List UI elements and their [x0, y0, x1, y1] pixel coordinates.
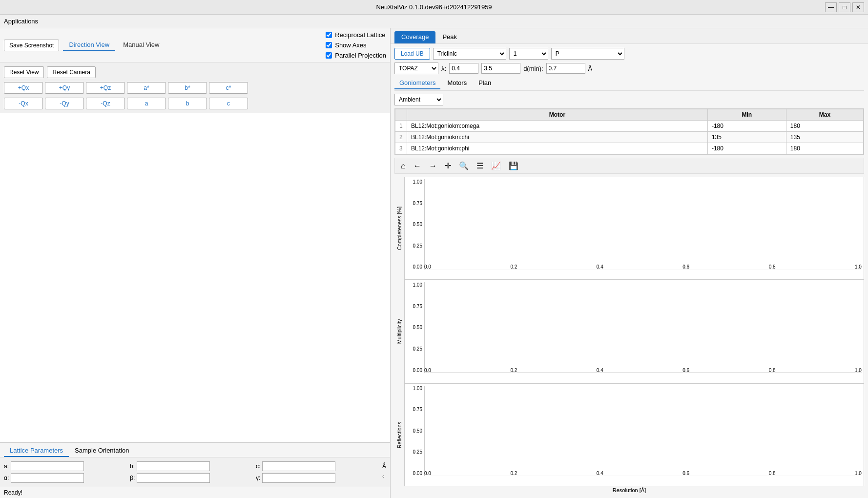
- c-input[interactable]: [262, 461, 335, 471]
- col-motor: Motor: [407, 109, 708, 121]
- tab-motors[interactable]: Motors: [442, 77, 472, 89]
- btn-plus-qz[interactable]: +Qz: [86, 82, 125, 94]
- completeness-y-axis: 1.00 0.75 0.50 0.25 0.00: [407, 179, 424, 270]
- btn-minus-qz[interactable]: -Qz: [86, 98, 125, 109]
- multiplicity-svg: [425, 282, 862, 373]
- window-controls: — □ ✕: [825, 2, 864, 12]
- chart-pan-button[interactable]: ✛: [443, 160, 453, 171]
- a-input[interactable]: [11, 461, 84, 471]
- parallel-projection-checkbox[interactable]: [326, 52, 332, 59]
- tab-goniometers[interactable]: Goniometers: [394, 77, 440, 89]
- table-row: 1 BL12:Mot:goniokm:omega -180 180: [395, 121, 864, 132]
- row-num: 2: [395, 132, 407, 143]
- instrument-dropdown[interactable]: TOPAZ: [394, 62, 438, 74]
- x-axis-label: Resolution [Å]: [613, 487, 646, 493]
- btn-plus-qx[interactable]: +Qx: [4, 82, 43, 94]
- save-screenshot-button[interactable]: Save Screenshot: [4, 40, 59, 51]
- dmin-input[interactable]: [546, 63, 585, 74]
- space-group-dropdown[interactable]: P: [551, 48, 624, 60]
- reflections-chart-inner: 1.00 0.75 0.50 0.25 0.00: [407, 386, 862, 476]
- tab-peak[interactable]: Peak: [435, 31, 464, 43]
- show-axes-checkbox[interactable]: [326, 42, 332, 48]
- reflections-plot: [424, 386, 862, 476]
- direction-buttons-row1: +Qx +Qy +Qz a* b* c*: [4, 82, 248, 94]
- btn-astar[interactable]: a*: [127, 82, 166, 94]
- motor-min: 135: [707, 132, 786, 143]
- view-section: Reset View Reset Camera +Qx +Qy +Qz a* b…: [0, 62, 390, 113]
- tab-lattice-parameters[interactable]: Lattice Parameters: [4, 445, 69, 457]
- gamma-label: γ:: [256, 475, 260, 481]
- parallel-projection-checkbox-row[interactable]: Parallel Projection: [326, 52, 386, 59]
- completeness-svg: [425, 179, 862, 270]
- load-ub-button[interactable]: Load UB: [394, 48, 430, 60]
- status-text: Ready!: [4, 489, 22, 496]
- beta-input[interactable]: [137, 473, 210, 483]
- left-panel: Save Screenshot Direction View Manual Vi…: [0, 28, 391, 498]
- status-bar: Ready!: [0, 487, 390, 498]
- motor-min: -180: [707, 121, 786, 132]
- col-num: [395, 109, 407, 121]
- deg-unit: °: [382, 475, 386, 481]
- chart-forward-button[interactable]: →: [427, 161, 439, 171]
- checkboxes-section: Reciprocal Lattice Show Axes Parallel Pr…: [326, 31, 386, 59]
- lambda-min-input[interactable]: [449, 63, 478, 74]
- multiplicity-chart-inner: 1.00 0.75 0.50 0.25 0.00: [407, 282, 862, 373]
- btn-c[interactable]: c: [209, 98, 248, 109]
- view-tab-bar: Direction View Manual View: [63, 39, 165, 51]
- tab-coverage[interactable]: Coverage: [394, 31, 435, 43]
- lattice-parameters-grid: a: b: c: Å α: β: γ: °: [0, 457, 390, 487]
- reciprocal-lattice-checkbox-row[interactable]: Reciprocal Lattice: [326, 31, 386, 39]
- reflections-x-axis: 0.0 0.2 0.4 0.6 0.8 1.0: [424, 471, 862, 476]
- reciprocal-lattice-checkbox[interactable]: [326, 32, 332, 38]
- motor-min: -180: [707, 143, 786, 154]
- btn-cstar[interactable]: c*: [209, 82, 248, 94]
- ambient-dropdown[interactable]: Ambient: [394, 94, 443, 105]
- crystal-system-dropdown[interactable]: Triclinic Monoclinic Orthorhombic Tetrag…: [433, 48, 506, 60]
- alpha-input[interactable]: [11, 473, 84, 483]
- btn-a[interactable]: a: [127, 98, 166, 109]
- main-layout: Save Screenshot Direction View Manual Vi…: [0, 28, 868, 498]
- completeness-chart-body: 1.00 0.75 0.50 0.25 0.00: [404, 177, 864, 280]
- btn-b[interactable]: b: [168, 98, 207, 109]
- lambda-max-input[interactable]: [481, 63, 520, 74]
- chart-settings-button[interactable]: ☰: [475, 160, 485, 171]
- tab-direction-view[interactable]: Direction View: [63, 39, 115, 51]
- btn-bstar[interactable]: b*: [168, 82, 207, 94]
- show-axes-checkbox-row[interactable]: Show Axes: [326, 42, 386, 49]
- tab-sample-orientation[interactable]: Sample Orientation: [69, 445, 135, 457]
- minimize-button[interactable]: —: [825, 2, 837, 12]
- goniometer-table: Motor Min Max 1 BL12:Mot:goniokm:omega -…: [395, 109, 864, 154]
- motor-max: 180: [786, 143, 863, 154]
- tab-plan[interactable]: Plan: [474, 77, 496, 89]
- applications-menu[interactable]: Applications: [4, 18, 38, 25]
- a-label: a:: [4, 463, 9, 470]
- col-min: Min: [707, 109, 786, 121]
- ub-row: Load UB Triclinic Monoclinic Orthorhombi…: [394, 48, 864, 60]
- x-axis-label-row: Resolution [Å]: [394, 486, 864, 494]
- completeness-chart: Completeness [%] 1.00 0.75 0.50 0.25 0.0…: [394, 177, 864, 280]
- alpha-label: α:: [4, 475, 9, 481]
- row-num: 3: [395, 143, 407, 154]
- btn-plus-qy[interactable]: +Qy: [45, 82, 84, 94]
- chart-save-button[interactable]: 💾: [507, 160, 520, 171]
- chart-line-button[interactable]: 📈: [489, 160, 503, 171]
- chart-home-button[interactable]: ⌂: [399, 161, 408, 171]
- right-tab-bar: Coverage Peak: [391, 28, 868, 44]
- reset-camera-button[interactable]: Reset Camera: [47, 66, 95, 78]
- inner-tab-bar: Goniometers Motors Plan: [394, 77, 864, 91]
- maximize-button[interactable]: □: [839, 2, 850, 12]
- number-dropdown[interactable]: 1: [509, 48, 548, 60]
- btn-minus-qx[interactable]: -Qx: [4, 98, 43, 109]
- bottom-tab-bar: Lattice Parameters Sample Orientation: [0, 443, 390, 457]
- dmin-unit: Å: [588, 65, 593, 72]
- tab-manual-view[interactable]: Manual View: [117, 39, 165, 51]
- close-button[interactable]: ✕: [852, 2, 864, 12]
- gamma-input[interactable]: [262, 473, 335, 483]
- chart-back-button[interactable]: ←: [412, 161, 423, 171]
- chart-zoom-button[interactable]: 🔍: [457, 160, 471, 171]
- reset-view-button[interactable]: Reset View: [4, 66, 44, 78]
- btn-minus-qy[interactable]: -Qy: [45, 98, 84, 109]
- row-num: 1: [395, 121, 407, 132]
- lambda-label: λ:: [441, 65, 446, 72]
- b-input[interactable]: [137, 461, 210, 471]
